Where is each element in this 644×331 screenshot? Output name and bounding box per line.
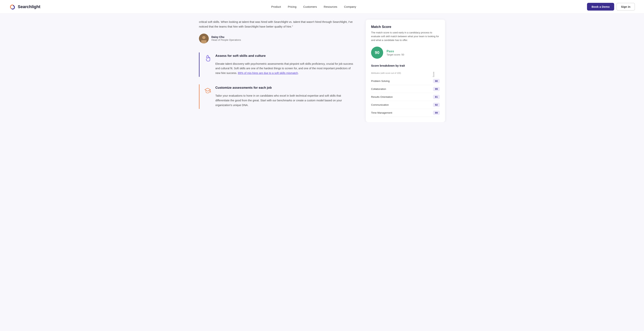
feature-title-customize: Customize assessments for each job — [215, 86, 354, 90]
nav-links: Product Pricing Customers Resources Comp… — [271, 5, 356, 8]
nav-pricing[interactable]: Pricing — [288, 5, 296, 8]
feature-icon-col — [204, 54, 215, 76]
trait-name: Time Management — [371, 109, 427, 117]
nav-actions: Book a Demo Sign in — [587, 3, 635, 10]
svg-point-5 — [206, 56, 207, 56]
author-row: Daisy Chu Head of People Operations — [199, 34, 354, 44]
nav-resources[interactable]: Resources — [324, 5, 337, 8]
feature-customize-section: Customize assessments for each job Tailo… — [199, 84, 354, 109]
customize-icon — [204, 86, 211, 94]
trait-name: Collaboration — [371, 85, 427, 93]
trait-score: 92 — [427, 101, 440, 109]
sign-in-button[interactable]: Sign in — [616, 3, 635, 10]
logo-icon — [9, 4, 16, 10]
right-column: Match Score The match score is used earl… — [366, 14, 445, 122]
score-col-header: Score — [427, 70, 440, 77]
nav-product[interactable]: Product — [271, 5, 281, 8]
feature-icon-col-2 — [204, 86, 215, 108]
navbar: Searchlight Product Pricing Customers Re… — [0, 0, 644, 14]
feature-title-assess: Assess for soft skills and culture — [215, 54, 354, 58]
table-row: Time Management 89 — [371, 109, 440, 117]
logo-text: Searchlight — [18, 4, 40, 9]
score-circle: 90 — [371, 46, 383, 59]
quote-text: critical soft skills. When looking at ta… — [199, 20, 354, 29]
svg-point-9 — [210, 92, 211, 92]
match-score-title: Match Score — [371, 25, 440, 29]
table-row: Communication 92 — [371, 101, 440, 109]
trait-name: Results Orientation — [371, 93, 427, 101]
author-info: Daisy Chu Head of People Operations — [212, 36, 241, 41]
left-column: critical soft skills. When looking at ta… — [199, 14, 354, 122]
trait-score: 89 — [427, 109, 440, 117]
book-demo-button[interactable]: Book a Demo — [587, 3, 614, 10]
feature-text-col: Assess for soft skills and culture Eleva… — [215, 54, 354, 76]
mismatch-link[interactable]: 89% of mis-hires are due to a soft skill… — [238, 72, 298, 74]
hand-pointer-icon — [204, 55, 211, 62]
breakdown-table: Attributes (with score out of 100) Score… — [371, 70, 440, 117]
avatar-image — [199, 34, 209, 44]
svg-rect-4 — [201, 40, 206, 44]
feature-assess-section: Assess for soft skills and culture Eleva… — [199, 52, 354, 77]
score-display: 90 Pass Target score: 50 — [371, 46, 440, 59]
attributes-col-header: Attributes (with score out of 100) — [371, 70, 427, 77]
trait-score: 81 — [427, 93, 440, 101]
logo-link[interactable]: Searchlight — [9, 4, 40, 10]
table-row: Results Orientation 81 — [371, 93, 440, 101]
breakdown-title: Score breakdown by trait — [371, 64, 440, 67]
target-score: Target score: 50 — [386, 53, 404, 56]
trait-score: 99 — [427, 85, 440, 93]
page-content: critical soft skills. When looking at ta… — [190, 14, 454, 122]
desc-part2: . — [298, 72, 299, 74]
feature-text-col-2: Customize assessments for each job Tailo… — [215, 86, 354, 108]
pass-label: Pass — [386, 50, 404, 53]
svg-point-3 — [202, 36, 206, 39]
nav-customers[interactable]: Customers — [303, 5, 317, 8]
trait-name: Problem Solving — [371, 77, 427, 85]
author-name: Daisy Chu — [212, 36, 241, 38]
match-score-desc: The match score is used early in a candi… — [371, 31, 440, 42]
nav-company[interactable]: Company — [344, 5, 356, 8]
match-score-card: Match Score The match score is used earl… — [366, 20, 445, 122]
trait-name: Communication — [371, 101, 427, 109]
pass-info: Pass Target score: 50 — [386, 50, 404, 56]
table-row: Collaboration 99 — [371, 85, 440, 93]
trait-score: 90 — [427, 77, 440, 85]
feature-desc-assess: Elevate talent discovery with psychometr… — [215, 62, 354, 76]
svg-point-6 — [206, 55, 207, 56]
svg-marker-7 — [205, 88, 210, 91]
feature-desc-customize: Tailor your evaluations to hone in on ca… — [215, 94, 354, 108]
avatar — [199, 34, 209, 44]
author-title: Head of People Operations — [212, 38, 241, 41]
table-row: Problem Solving 90 — [371, 77, 440, 85]
